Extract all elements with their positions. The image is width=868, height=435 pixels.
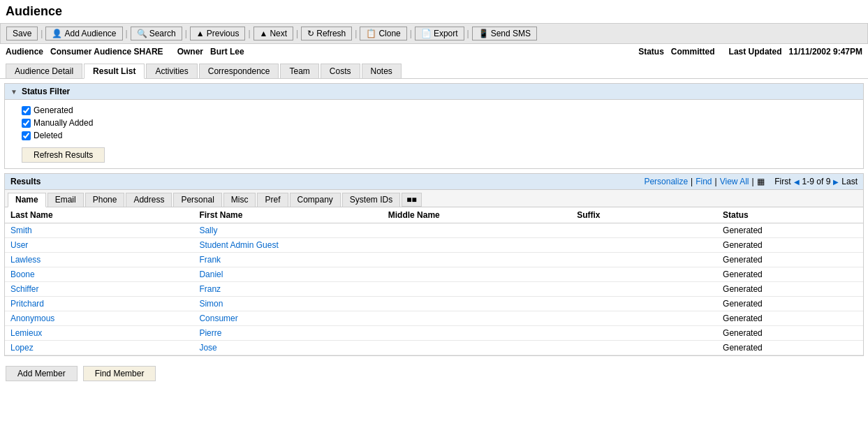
cell-status: Generated <box>717 326 863 341</box>
tab-team[interactable]: Team <box>280 64 318 78</box>
lastname-link[interactable]: Smith <box>10 226 32 235</box>
page-title: Audience <box>0 0 868 23</box>
next-nav-icon[interactable]: ▶ <box>833 178 839 186</box>
view-all-link[interactable]: View All <box>720 177 749 186</box>
firstname-link[interactable]: Franz <box>199 284 221 294</box>
search-button[interactable]: 🔍 Search <box>131 27 182 40</box>
send-sms-icon: 📱 <box>478 29 489 38</box>
previous-icon: ▲ <box>196 29 205 38</box>
results-nav: Personalize | Find | View All | ▦ First … <box>644 177 858 186</box>
deleted-checkbox-row: Deleted <box>22 131 846 140</box>
tab-notes[interactable]: Notes <box>362 64 402 78</box>
refresh-button[interactable]: ↻ Refresh <box>301 27 352 40</box>
tab-audience-detail[interactable]: Audience Detail <box>6 64 82 78</box>
result-tab-email[interactable]: Email <box>47 193 84 207</box>
owner-label: Owner <box>177 47 203 57</box>
firstname-link[interactable]: Consumer <box>199 314 237 323</box>
cell-lastname: Schiffer <box>5 282 193 297</box>
manually-added-checkbox-row: Manually Added <box>22 118 846 128</box>
add-member-button[interactable]: Add Member <box>6 366 78 381</box>
next-icon: ▲ <box>260 29 268 38</box>
cell-suffix <box>571 267 717 282</box>
clone-icon: 📋 <box>366 29 376 38</box>
cell-status: Generated <box>717 238 863 253</box>
col-header-suffix: Suffix <box>571 207 717 223</box>
find-link[interactable]: Find <box>696 177 712 186</box>
generated-checkbox[interactable] <box>22 106 31 115</box>
first-label[interactable]: First <box>774 177 790 186</box>
cell-firstname: Daniel <box>193 267 382 282</box>
previous-button[interactable]: ▲ Previous <box>190 27 246 40</box>
last-label[interactable]: Last <box>841 177 858 186</box>
cell-firstname: Simon <box>193 297 382 311</box>
tab-activities[interactable]: Activities <box>146 64 197 78</box>
cell-firstname: Franz <box>193 282 382 297</box>
lastname-link[interactable]: Anonymous <box>10 314 54 323</box>
firstname-link[interactable]: Sally <box>199 226 217 235</box>
toolbar: Save | 👤 Add Audience | 🔍 Search | ▲ Pre… <box>0 23 868 44</box>
result-tab-pref[interactable]: Pref <box>257 193 288 207</box>
tab-correspondence[interactable]: Correspondence <box>199 64 279 78</box>
info-bar: Audience Consumer Audience SHARE Owner B… <box>0 44 868 61</box>
result-tab-grid-icon[interactable]: ■■ <box>402 193 422 207</box>
cell-firstname: Jose <box>193 341 382 355</box>
save-button[interactable]: Save <box>6 27 38 40</box>
result-tab-company[interactable]: Company <box>290 193 341 207</box>
firstname-link[interactable]: Frank <box>199 255 221 265</box>
add-audience-button[interactable]: 👤 Add Audience <box>45 27 122 40</box>
cell-lastname: Pritchard <box>5 297 193 311</box>
cell-status: Generated <box>717 297 863 311</box>
lastname-link[interactable]: Lawless <box>10 255 41 265</box>
cell-middlename <box>383 311 571 326</box>
cell-status: Generated <box>717 267 863 282</box>
collapse-arrow-icon[interactable]: ▼ <box>10 88 17 96</box>
firstname-link[interactable]: Simon <box>199 299 223 309</box>
table-row: Anonymous Consumer Generated <box>5 311 863 326</box>
lastname-link[interactable]: Schiffer <box>10 284 38 294</box>
cell-middlename <box>383 267 571 282</box>
firstname-link[interactable]: Daniel <box>199 270 223 279</box>
firstname-link[interactable]: Pierre <box>199 328 221 338</box>
lastname-link[interactable]: Pritchard <box>10 299 44 309</box>
cell-firstname: Student Admin Guest <box>193 238 382 253</box>
send-sms-button[interactable]: 📱 Send SMS <box>472 27 537 40</box>
cell-lastname: User <box>5 238 193 253</box>
next-button[interactable]: ▲ Next <box>253 27 294 40</box>
cell-status: Generated <box>717 282 863 297</box>
personalize-link[interactable]: Personalize <box>644 177 688 186</box>
status-filter-body: Generated Manually Added Deleted Refresh… <box>5 100 863 168</box>
tab-result-list[interactable]: Result List <box>84 64 145 79</box>
audience-value: Consumer Audience SHARE <box>50 47 163 57</box>
result-tab-phone[interactable]: Phone <box>85 193 125 207</box>
result-tab-system-ids[interactable]: System IDs <box>342 193 400 207</box>
clone-button[interactable]: 📋 Clone <box>360 27 406 40</box>
cell-middlename <box>383 297 571 311</box>
firstname-link[interactable]: Student Admin Guest <box>199 240 278 250</box>
export-button[interactable]: 📄 Export <box>415 27 464 40</box>
prev-nav-icon[interactable]: ◀ <box>794 178 800 186</box>
tabs-bar: Audience Detail Result List Activities C… <box>0 61 868 79</box>
lastname-link[interactable]: Boone <box>10 270 35 279</box>
result-tab-address[interactable]: Address <box>126 193 172 207</box>
cell-lastname: Boone <box>5 267 193 282</box>
find-member-button[interactable]: Find Member <box>83 366 156 381</box>
cell-middlename <box>383 253 571 267</box>
deleted-checkbox[interactable] <box>22 131 31 140</box>
cell-status: Generated <box>717 341 863 355</box>
refresh-results-button[interactable]: Refresh Results <box>22 147 105 163</box>
lastname-link[interactable]: User <box>10 240 28 250</box>
lastname-link[interactable]: Lemieux <box>10 328 42 338</box>
result-tab-misc[interactable]: Misc <box>223 193 256 207</box>
cell-firstname: Pierre <box>193 326 382 341</box>
cell-suffix <box>571 253 717 267</box>
firstname-link[interactable]: Jose <box>199 343 216 353</box>
cell-status: Generated <box>717 253 863 267</box>
cell-firstname: Frank <box>193 253 382 267</box>
manually-added-checkbox[interactable] <box>22 119 31 128</box>
result-tab-personal[interactable]: Personal <box>173 193 221 207</box>
lastname-link[interactable]: Lopez <box>10 343 34 353</box>
grid-icon[interactable]: ▦ <box>757 177 765 186</box>
tab-costs[interactable]: Costs <box>321 64 360 78</box>
table-row: Boone Daniel Generated <box>5 267 863 282</box>
result-tab-name[interactable]: Name <box>8 193 46 207</box>
